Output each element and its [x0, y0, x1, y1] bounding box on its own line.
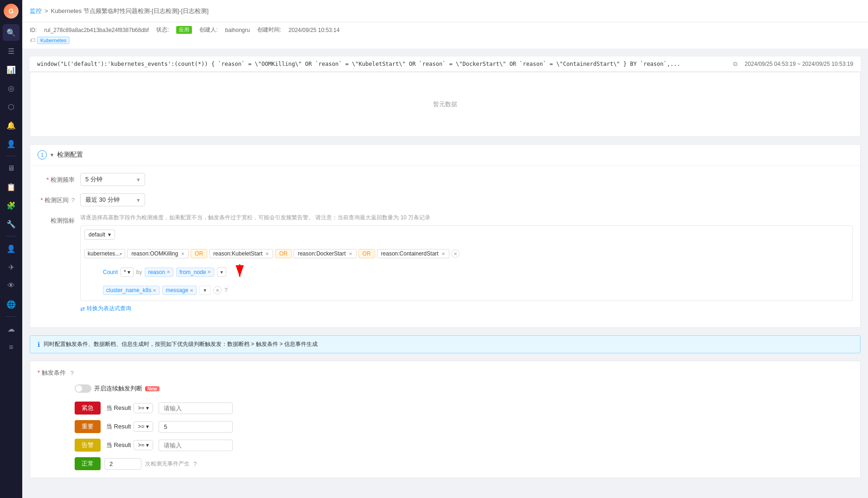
close-containerdstart-icon[interactable]: ✕	[441, 251, 445, 256]
field-help-icon[interactable]: ?	[224, 287, 228, 294]
sidebar-item-list[interactable]: ☰	[3, 43, 19, 59]
sidebar-item-send[interactable]: ✈	[3, 259, 19, 275]
field-clustername[interactable]: cluster_name_k8s ✕	[103, 286, 160, 295]
query-time: 2024/09/25 04:53:19 ~ 2024/09/25 10:53:1…	[745, 61, 853, 67]
important-condition: 当 Result >= ▾	[106, 421, 153, 432]
interval-label: 检测区间 ?	[38, 193, 75, 204]
chevron-icon: ▾	[51, 152, 53, 158]
datasource-filter[interactable]: kubernetes... ▾	[84, 249, 125, 258]
sidebar-item-user2[interactable]: 👤	[3, 240, 19, 257]
sidebar-item-bottom1[interactable]: ☁	[3, 320, 19, 337]
close-oomkilling-icon[interactable]: ✕	[181, 251, 185, 256]
main-content: 监控 > Kubernetes 节点频繁临时性问题检测-[日志检测]-[日志检测…	[22, 0, 868, 498]
field-add-button[interactable]: ▾	[199, 286, 211, 295]
severity-critical-row: 紧急 当 Result >= ▾	[75, 402, 853, 415]
datasource-arrow-icon: ▾	[120, 251, 122, 256]
section-header[interactable]: 1 ▾ 检测配置	[30, 145, 860, 166]
section-number: 1	[38, 150, 47, 160]
important-value-input[interactable]	[159, 421, 233, 433]
agg-add-button[interactable]: ▾	[217, 268, 226, 277]
id-label: ID:	[30, 27, 37, 33]
close-dockerstart-icon[interactable]: ✕	[349, 251, 352, 256]
meta-id-row: ID: rul_278c89a8ac2b413ba3e24f8387b68dbf…	[30, 26, 861, 34]
frequency-control: 5 分钟 ▾	[80, 173, 853, 186]
normal-value-input[interactable]	[104, 458, 141, 470]
filter-oomkilling[interactable]: reason:OOMKilling ✕	[127, 249, 189, 258]
filter-or2: OR	[275, 249, 292, 258]
important-operator-select[interactable]: >= ▾	[134, 421, 153, 432]
namespace-row: default ▾	[84, 230, 849, 243]
interval-help-icon[interactable]: ?	[71, 197, 75, 204]
info-bar: ℹ 同时配置触发条件、数据断档、信息生成时，按照如下优先级判断触发发：数据断档 …	[30, 335, 861, 353]
close-message-icon[interactable]: ✕	[190, 288, 193, 293]
field-message[interactable]: message ✕	[162, 286, 197, 295]
kubernetes-tag[interactable]: Kubernetes	[37, 37, 70, 44]
interval-control: 最近 30 分钟 ▾	[80, 193, 853, 206]
topnav: 监控 > Kubernetes 节点频繁临时性问题检测-[日志检测]-[日志检测…	[22, 0, 868, 22]
important-badge: 重要	[75, 420, 101, 433]
agg-by-label: by	[136, 269, 142, 275]
sidebar-item-target[interactable]: ◎	[3, 80, 19, 96]
critical-value-input[interactable]	[159, 402, 233, 414]
chart-empty-text: 暂元数据	[433, 100, 457, 109]
namespace-select[interactable]: default ▾	[84, 230, 115, 240]
filter-dockerstart[interactable]: reason:DockerStart ✕	[294, 249, 356, 258]
critical-operator-select[interactable]: >= ▾	[134, 403, 153, 413]
metric-row: 检测指标 请逐选择高基数字段作为检测难度，如果配置不当，触发条件过于宽松，可能会…	[38, 214, 853, 313]
close-clustername-icon[interactable]: ✕	[153, 288, 156, 293]
warning-operator-select[interactable]: >= ▾	[134, 440, 153, 450]
interval-select[interactable]: 最近 30 分钟 ▾	[80, 193, 145, 206]
sidebar-item-person[interactable]: 👤	[3, 135, 19, 152]
trigger-help-icon[interactable]: ?	[70, 370, 74, 377]
critical-condition-text: 当 Result	[106, 404, 131, 412]
toggle-knob	[76, 385, 82, 392]
agg-star-select[interactable]: * ▾	[121, 268, 134, 277]
sidebar-item-globe[interactable]: 🌐	[3, 296, 19, 313]
breadcrumb-level1: Kubernetes 节点频繁临时性问题检测-[日志检测]-[日志检测]	[51, 7, 209, 15]
remove-all-icon[interactable]: ✕	[451, 249, 460, 258]
detect-config-section: 1 ▾ 检测配置 检测频率 5 分钟 ▾	[30, 144, 861, 328]
field-remove-button[interactable]: ✕	[213, 286, 222, 294]
sidebar-item-eye[interactable]: 👁	[3, 277, 19, 294]
filter-kubeletstart[interactable]: reason:KubeletStart ✕	[209, 249, 273, 258]
new-badge: New	[145, 386, 160, 391]
close-kubeletstart-icon[interactable]: ✕	[265, 251, 269, 256]
sidebar-item-chart[interactable]: 📊	[3, 61, 19, 78]
created-value: 2024/09/25 10:53:14	[288, 27, 339, 33]
agg-add-arrow-icon: ▾	[220, 269, 223, 275]
warning-value-input[interactable]	[159, 440, 233, 451]
sidebar-item-cube[interactable]: ⬡	[3, 98, 19, 115]
toggle-switch[interactable]	[75, 384, 91, 393]
sidebar-item-tool[interactable]: 🔧	[3, 216, 19, 232]
sidebar-item-monitor[interactable]: 🖥	[3, 160, 19, 177]
sidebar-item-report[interactable]: 📋	[3, 179, 19, 195]
close-reason-icon[interactable]: ✕	[166, 269, 170, 275]
breadcrumb-root[interactable]: 监控	[30, 7, 42, 15]
critical-condition: 当 Result >= ▾	[106, 403, 153, 413]
query-bar: window("L('default'):'kubernetes_events'…	[30, 57, 861, 72]
copy-icon[interactable]: ⧉	[733, 60, 737, 68]
sidebar-item-bell[interactable]: 🔔	[3, 117, 19, 134]
breadcrumb-sep1: >	[45, 7, 48, 14]
sidebar-item-search[interactable]: 🔍	[3, 24, 19, 41]
continuous-trigger-toggle[interactable]: 开启连续触发判断 New	[75, 384, 160, 393]
trigger-label: 触发条件	[38, 369, 66, 377]
toggle-label: 开启连续触发判断	[94, 384, 142, 393]
warning-badge: 告警	[75, 439, 101, 452]
normal-help-icon[interactable]: ?	[193, 460, 197, 467]
frequency-select[interactable]: 5 分钟 ▾	[80, 173, 145, 186]
normal-suffix-text: 次检测无事件产生	[145, 460, 190, 468]
agg-section: Count * ▾ by reason ✕	[103, 260, 849, 297]
agg-field-reason[interactable]: reason ✕	[145, 268, 173, 277]
sidebar-item-puzzle[interactable]: 🧩	[3, 197, 19, 214]
sidebar: G 🔍 ☰ 📊 ◎ ⬡ 🔔 👤 🖥 📋 🧩 🔧 👤 ✈ 👁 🌐 ☁ ≡	[0, 0, 22, 498]
warning-op-arrow-icon: ▾	[146, 442, 149, 448]
convert-link[interactable]: ⇄ 转换为表达式查询	[80, 305, 131, 313]
agg-field-fromnode[interactable]: from_node ✕	[176, 268, 214, 277]
creator-value: baihongru	[225, 27, 250, 33]
close-fromnode-icon[interactable]: ✕	[207, 269, 211, 275]
chart-area: 暂元数据	[30, 72, 861, 137]
filter-containerdstart[interactable]: reason:ContainerdStart ✕	[377, 249, 449, 258]
id-value: rul_278c89a8ac2b413ba3e24f8387b68dbf	[44, 27, 149, 33]
sidebar-item-bottom2[interactable]: ≡	[3, 339, 19, 356]
